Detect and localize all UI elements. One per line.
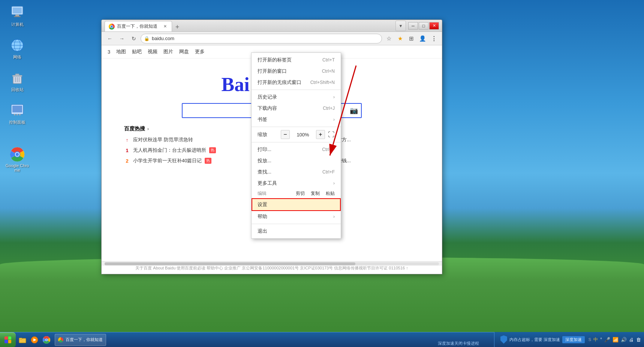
- svg-point-40: [46, 339, 47, 341]
- url-input[interactable]: [152, 36, 379, 41]
- exit-label: 退出: [258, 228, 335, 235]
- zoom-section: 缩放 − 100% + ⛶: [252, 129, 341, 141]
- shield-tray-icon: [500, 335, 507, 344]
- svg-rect-34: [19, 338, 22, 339]
- history-arrow: ›: [333, 94, 335, 100]
- hot-num-1: 1: [124, 148, 130, 153]
- tray-input-icon: 中: [593, 337, 598, 343]
- edit-label: 编辑: [258, 190, 290, 197]
- chrome-icon: [10, 147, 25, 162]
- hot-badge-2: 热: [205, 158, 211, 164]
- tray-speaker-icon: 🔊: [621, 337, 627, 343]
- svg-rect-2: [15, 15, 19, 16]
- desktop-icon-chrome[interactable]: Google Chrome: [4, 145, 31, 174]
- paste-button[interactable]: 粘贴: [326, 190, 335, 197]
- menu-item-new-tab[interactable]: 打开新的标签页 Ctrl+T: [252, 54, 341, 66]
- nav-item-map[interactable]: 地图: [116, 48, 126, 55]
- forward-button[interactable]: →: [117, 33, 127, 44]
- bookmarks-arrow: ›: [333, 117, 335, 122]
- menu-button[interactable]: ⋮: [428, 33, 439, 44]
- back-button[interactable]: ←: [105, 33, 115, 44]
- divider-3: [252, 142, 341, 142]
- toolbar-right: ☆ ★ ⊞ 👤 ⋮: [383, 33, 439, 44]
- svg-point-18: [16, 114, 18, 115]
- taskbar-media-icon[interactable]: [29, 335, 40, 345]
- toolbar: ← → ↻ 🔒 ☆ ★ ⊞ 👤 ⋮: [102, 32, 442, 45]
- tray-dot-icon: °: [600, 337, 602, 342]
- nav-item-image[interactable]: 图片: [163, 48, 173, 55]
- taskbar-browser-item[interactable]: 百度一下，你就知道: [55, 334, 106, 346]
- more-tools-label: 更多工具: [258, 180, 333, 187]
- notification-text: 内存占超标，需要 深度加速: [509, 337, 560, 343]
- speedup-button[interactable]: 深度加速: [562, 336, 585, 343]
- control-panel-label: 控制面板: [9, 120, 25, 125]
- title-bar: 百度一下，你就知道 ✕ + ▼ ─ □ ✕: [102, 20, 442, 32]
- find-label: 查找...: [258, 169, 319, 175]
- bookmarks-label: 书签: [258, 116, 333, 123]
- menu-item-incognito[interactable]: 打开新的无痕式窗口 Ctrl+Shift+N: [252, 77, 341, 88]
- new-window-label: 打开新的窗口: [258, 68, 319, 75]
- start-button[interactable]: [0, 332, 16, 347]
- menu-item-new-window[interactable]: 打开新的窗口 Ctrl+N: [252, 66, 341, 77]
- zoom-label: 缩放: [258, 131, 278, 138]
- svg-rect-3: [14, 16, 21, 17]
- nav-item-tieba[interactable]: 贴吧: [132, 48, 142, 55]
- profile-button[interactable]: 👤: [417, 33, 428, 44]
- desktop-icon-computer[interactable]: 计算机: [4, 4, 31, 29]
- nav-item-video[interactable]: 视频: [148, 48, 157, 55]
- menu-item-downloads[interactable]: 下载内容 Ctrl+J: [252, 103, 341, 114]
- tray-mic-icon: 🎤: [604, 337, 610, 343]
- tray-trash-icon: 🗑: [636, 337, 641, 343]
- hot-text-1: 无人机再拍金门：台士兵躲进哨所: [133, 147, 206, 154]
- tab-close-button[interactable]: ✕: [162, 24, 168, 30]
- split-view-button[interactable]: ⊞: [406, 33, 416, 44]
- hot-text-0: 应对伏秋连旱 防范旱涝急转: [133, 136, 193, 143]
- menu-item-cast[interactable]: 投放...: [252, 155, 341, 166]
- desktop-icon-network[interactable]: 网络: [4, 36, 31, 61]
- menu-item-settings[interactable]: 设置: [252, 198, 341, 211]
- menu-item-more-tools[interactable]: 更多工具 ›: [252, 178, 341, 189]
- menu-item-exit[interactable]: 退出: [252, 226, 341, 237]
- bookmark-page-button[interactable]: ☆: [383, 33, 394, 44]
- address-bar[interactable]: 🔒: [141, 34, 382, 43]
- bookmarks-button[interactable]: ★: [395, 33, 405, 44]
- reload-button[interactable]: ↻: [129, 33, 139, 44]
- taskbar-chrome-icon[interactable]: [41, 335, 52, 345]
- tray-printer-icon: 🖨: [629, 337, 634, 343]
- help-arrow: ›: [333, 214, 335, 219]
- fullscreen-button[interactable]: ⛶: [328, 131, 335, 139]
- computer-icon: [10, 5, 25, 20]
- zoom-in-button[interactable]: +: [316, 130, 325, 139]
- taskbar-folder-icon[interactable]: [17, 335, 28, 345]
- taskbar-item-title: 百度一下，你就知道: [66, 337, 103, 343]
- camera-search-icon[interactable]: 📷: [350, 106, 358, 115]
- nav-item-pan[interactable]: 网盘: [179, 48, 189, 55]
- active-tab[interactable]: 百度一下，你就知道 ✕: [105, 21, 172, 31]
- tab-title: 百度一下，你就知道: [117, 23, 157, 30]
- copy-button[interactable]: 复制: [311, 190, 320, 197]
- menu-item-history[interactable]: 历史记录 ›: [252, 91, 341, 103]
- menu-item-find[interactable]: 查找... Ctrl+F: [252, 166, 341, 178]
- maximize-button[interactable]: □: [419, 22, 428, 30]
- menu-item-bookmarks[interactable]: 书签 ›: [252, 114, 341, 125]
- nav-item-more[interactable]: 更多: [195, 48, 205, 55]
- cut-button[interactable]: 剪切: [296, 190, 305, 197]
- desktop-icon-recycle[interactable]: 回收站: [4, 69, 31, 94]
- tab-list-button[interactable]: ▼: [395, 21, 406, 31]
- hot-item-0[interactable]: ↑ 应对伏秋连旱 防范旱涝急转: [124, 135, 264, 144]
- svg-rect-1: [13, 7, 22, 13]
- history-label: 历史记录: [258, 94, 333, 100]
- hot-item-2[interactable]: 2 小学生开学前一天狂补40篇日记 热: [124, 156, 264, 165]
- menu-item-print[interactable]: 打印... Ctrl+P: [252, 144, 341, 155]
- nav-item-3[interactable]: 3: [108, 49, 110, 55]
- edit-row: 编辑 剪切 复制 粘贴: [252, 189, 341, 198]
- horizontal-scrollbar[interactable]: [102, 261, 442, 266]
- zoom-level: 100%: [293, 132, 313, 138]
- minimize-button[interactable]: ─: [408, 22, 418, 30]
- desktop-icon-control[interactable]: 控制面板: [4, 102, 31, 127]
- zoom-out-button[interactable]: −: [281, 130, 290, 139]
- menu-item-help[interactable]: 帮助 ›: [252, 211, 341, 222]
- hot-item-1[interactable]: 1 无人机再拍金门：台士兵躲进哨所 热: [124, 146, 264, 155]
- new-tab-button[interactable]: +: [172, 22, 183, 31]
- close-button[interactable]: ✕: [429, 22, 439, 30]
